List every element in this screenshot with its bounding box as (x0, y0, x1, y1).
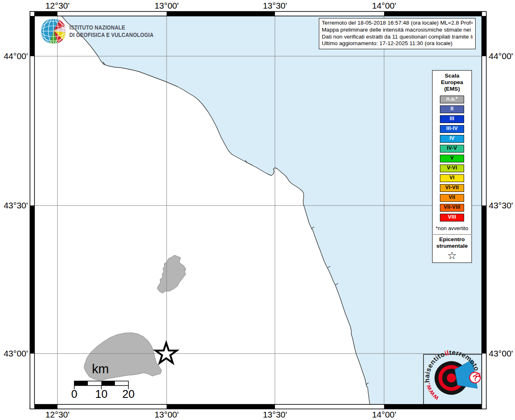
legend-footnote: *non avvertito (433, 225, 472, 231)
legend-swatch-iv-v: IV-V (440, 145, 464, 153)
legend-swatch-viii: VIII (440, 214, 464, 221)
ingv-logo-line1: ISTITUTO NAZIONALE (69, 24, 125, 31)
legend-swatch-vi: VI (440, 174, 464, 182)
axis-label-bottom-3: 13°30' (263, 410, 287, 420)
earthquake-info-box: Terremoto del 18-05-2018 16:57:48 (ora l… (319, 18, 476, 49)
axis-label-bottom-2: 13°00' (154, 410, 179, 420)
axis-label-left-2: 43°30' (4, 201, 28, 210)
axis-label-bottom-1: 12°30' (45, 410, 69, 420)
legend-swatch-na: n.a.* (440, 96, 464, 103)
legend-swatch-iv: IV (440, 135, 464, 143)
scalebar-unit-label: km (92, 362, 109, 377)
axis-label-left-1: 44°00' (4, 51, 28, 61)
legend-swatch-v-vi: V-VI (440, 164, 464, 172)
ingv-logo-line2: DI GEOFISICA E VULCANOLOGIA (69, 32, 153, 38)
legend-star-icon: ☆ (433, 250, 472, 261)
legend-swatch-iii: III (440, 115, 464, 123)
legend-swatch-ii: II (440, 105, 464, 113)
axis-label-top-3: 13°30' (263, 1, 287, 11)
scalebar-tick-0: 0 (71, 388, 77, 401)
legend-swatch-v: V (440, 155, 464, 162)
legend-epicenter-title: Epicentro strumentale (433, 236, 472, 249)
axis-label-top-4: 14°00' (372, 1, 396, 11)
legend-swatch-vi-vii: VI-VII (440, 184, 464, 192)
axis-label-top-2: 13°00' (154, 1, 179, 11)
axis-label-bottom-4: 14°00' (372, 410, 396, 420)
legend-swatch-iii-iv: III-IV (440, 125, 464, 133)
info-line-maptype: Mappa preliminare delle intensità macros… (322, 27, 473, 34)
info-line-update: Ultimo aggiornamento: 17-12-2025 11:30 (… (322, 40, 473, 47)
macroseismic-map-page: ? www.haisentitoilterremoto.it (0, 0, 515, 420)
legend-title: Scala Europea (EMS) (433, 73, 472, 92)
legend-swatch-vii-viii: VII-VIII (440, 204, 464, 212)
legend-divider (433, 234, 471, 235)
axis-label-top-1: 12°30' (45, 1, 69, 11)
legend-swatch-vii: VII (440, 194, 464, 202)
info-line-source: Dati non verificati estratti da 11 quest… (322, 34, 473, 41)
info-line-event: Terremoto del 18-05-2018 16:57:48 (ora l… (322, 20, 473, 27)
axis-label-right-1: 44°00' (489, 51, 513, 61)
ems-legend: Scala Europea (EMS) n.a.* II III III-IV … (432, 70, 472, 263)
scalebar-tick-10: 10 (95, 388, 108, 401)
axis-label-right-2: 43°30' (489, 201, 513, 210)
axis-label-right-3: 43°00' (489, 349, 513, 358)
axis-label-left-3: 43°00' (4, 349, 28, 358)
scalebar-tick-20: 20 (122, 388, 135, 401)
